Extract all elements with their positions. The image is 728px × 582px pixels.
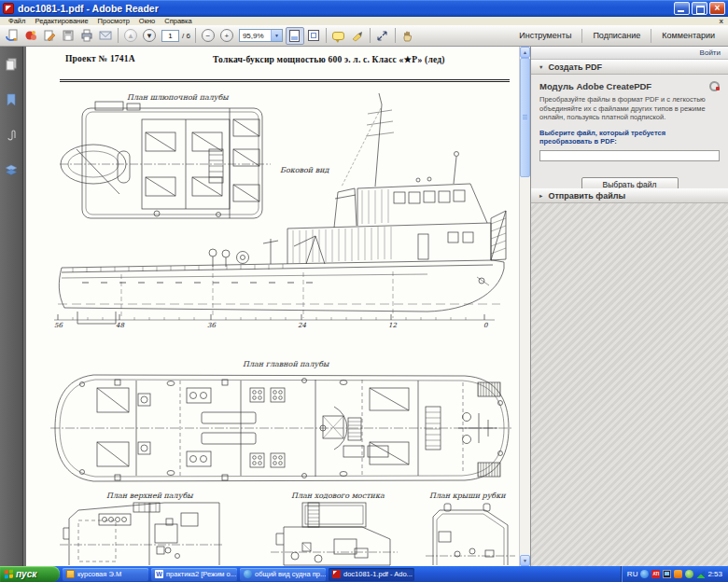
chevron-down-icon[interactable]: ▼ [271, 30, 282, 41]
tray-ati-icon[interactable]: ATI [651, 570, 660, 578]
taskbar-item-word[interactable]: W практика2 [Режим о... [151, 568, 237, 581]
sign-in-link[interactable]: Войти [700, 48, 721, 57]
ship-drawing [26, 47, 519, 566]
bridge-plan [271, 503, 398, 565]
titlebar: doc1081-1.pdf - Adobe Reader × [0, 0, 728, 17]
adobe-reader-app-icon [3, 3, 14, 14]
save-button[interactable] [59, 27, 77, 45]
fit-page-button[interactable] [304, 27, 323, 45]
frame-number: 12 [388, 322, 397, 329]
scrollbar-thumb[interactable] [520, 58, 530, 177]
zoom-out-button[interactable]: − [199, 27, 217, 45]
tray-messenger-icon[interactable] [640, 570, 649, 578]
zoom-level-value: 95,9% [240, 32, 271, 40]
cabin-roof-label: План крыши рубки [429, 492, 505, 500]
taskbar-item-pdf-active[interactable]: doc1081-1.pdf - Ado... [329, 568, 414, 581]
clock[interactable]: 2:53 [707, 570, 722, 578]
menu-file[interactable]: Файл [4, 17, 30, 25]
document-title: Толкач-буксир мощностью 600 э. л. с. Кла… [213, 54, 445, 64]
menu-window[interactable]: Окно [134, 17, 160, 25]
menu-view[interactable]: Просмотр [93, 17, 134, 25]
comment-tab[interactable]: Комментарии [651, 31, 725, 40]
comment-bubble-icon [332, 32, 344, 40]
side-view-label: Боковой вид [280, 166, 329, 174]
sign-button[interactable] [40, 27, 59, 45]
toolbar-separator [118, 28, 119, 43]
globe-icon [244, 570, 252, 578]
tray-display-icon[interactable] [663, 570, 671, 578]
taskbar-item-label: общий вид судна пр... [255, 570, 326, 578]
next-page-button[interactable]: ▼ [140, 27, 159, 45]
previous-page-button[interactable]: ▲ [121, 27, 140, 45]
triangle-down-icon: ▼ [539, 64, 543, 70]
taskbar-item-browser[interactable]: общий вид судна пр... [240, 568, 326, 581]
page-number-input[interactable] [161, 30, 179, 42]
menu-edit[interactable]: Редактирование [30, 17, 92, 25]
send-files-header[interactable]: ► Отправить файлы [531, 188, 728, 203]
toolbar-separator [370, 28, 371, 43]
email-button[interactable] [96, 27, 115, 45]
restore-button[interactable] [692, 2, 707, 15]
tools-tab[interactable]: Инструменты [509, 31, 581, 40]
language-indicator[interactable]: RU [627, 570, 638, 578]
frame-number: 56 [54, 322, 63, 329]
createpdf-description: Преобразуйте файлы в формат PDF и с легк… [539, 95, 720, 122]
vertical-scrollbar[interactable]: ▲ ▼ [519, 47, 530, 566]
minimize-button[interactable] [674, 2, 690, 15]
scroll-up-icon[interactable]: ▲ [520, 47, 530, 58]
tray-antivirus-icon[interactable] [674, 570, 682, 578]
folder-icon [66, 570, 75, 578]
taskbar: пуск курсовая Э.М W практика2 [Режим о..… [0, 566, 728, 582]
taskbar-item-folder[interactable]: курсовая Э.М [63, 568, 148, 581]
file-path-input[interactable] [539, 150, 720, 161]
toolbar-separator [195, 28, 196, 43]
share-button[interactable] [21, 27, 40, 45]
create-pdf-title: Создать PDF [548, 62, 602, 72]
start-label: пуск [16, 569, 36, 579]
document-close-icon[interactable]: x [720, 18, 723, 25]
scrolling-view-button[interactable] [286, 27, 304, 45]
tools-panel: Войти ▼ Создать PDF Модуль Adobe CreateP… [530, 47, 728, 566]
file-select-label: Выберите файл, который требуется преобра… [539, 129, 720, 146]
create-pdf-header[interactable]: ▼ Создать PDF [531, 60, 728, 75]
toolbar: ▲ ▼ / 6 − + 95,9% ▼ Инструменты Подписан… [0, 25, 728, 47]
boat-deck-plan [60, 102, 271, 218]
close-button[interactable]: × [709, 2, 725, 15]
sign-tab[interactable]: Подписание [582, 31, 651, 40]
open-button[interactable] [3, 27, 21, 45]
attachments-icon[interactable] [6, 129, 17, 142]
menubar: Файл Редактирование Просмотр Окно Справк… [0, 17, 728, 25]
comment-button[interactable] [329, 27, 348, 45]
cabin-roof-plan [426, 504, 515, 565]
bookmarks-icon[interactable] [6, 93, 17, 106]
createpdf-module-icon [709, 81, 720, 91]
taskbar-item-label: курсовая Э.М [77, 570, 121, 578]
panel-empty-area [531, 203, 728, 566]
hand-tool-button[interactable] [399, 27, 417, 45]
fit-page-icon [308, 30, 319, 41]
window-title: doc1081-1.pdf - Adobe Reader [18, 3, 672, 14]
menu-help[interactable]: Справка [160, 17, 196, 25]
print-button[interactable] [77, 27, 96, 45]
page-thumbnails-icon[interactable] [5, 58, 18, 71]
layers-icon[interactable] [5, 164, 18, 176]
createpdf-module-title: Модуль Adobe CreatePDF [539, 81, 651, 91]
taskbar-item-label: практика2 [Режим о... [166, 570, 236, 578]
fullscreen-button[interactable] [373, 27, 392, 45]
zoom-in-button[interactable]: + [217, 27, 236, 45]
highlight-button[interactable] [348, 27, 367, 45]
main-area: Проект № 1741А Толкач-буксир мощностью 6… [0, 47, 728, 566]
upper-deck-plan [60, 503, 224, 565]
start-button[interactable]: пуск [0, 566, 60, 582]
scroll-down-icon[interactable]: ▼ [520, 555, 530, 566]
system-tray: RU ATI 2:53 [621, 566, 728, 582]
toolbar-separator [395, 28, 396, 43]
tray-agent-icon[interactable] [685, 570, 693, 578]
document-area[interactable]: Проект № 1741А Толкач-буксир мощностью 6… [23, 47, 519, 566]
tray-network-icon[interactable] [696, 570, 705, 578]
upper-deck-label: План верхней палубы [106, 492, 193, 500]
taskbar-item-label: doc1081-1.pdf - Ado... [343, 570, 413, 578]
word-doc-icon: W [155, 570, 163, 578]
zoom-level-combo[interactable]: 95,9% ▼ [239, 29, 283, 42]
toolbar-right-tabs: Инструменты Подписание Комментарии [509, 25, 725, 46]
